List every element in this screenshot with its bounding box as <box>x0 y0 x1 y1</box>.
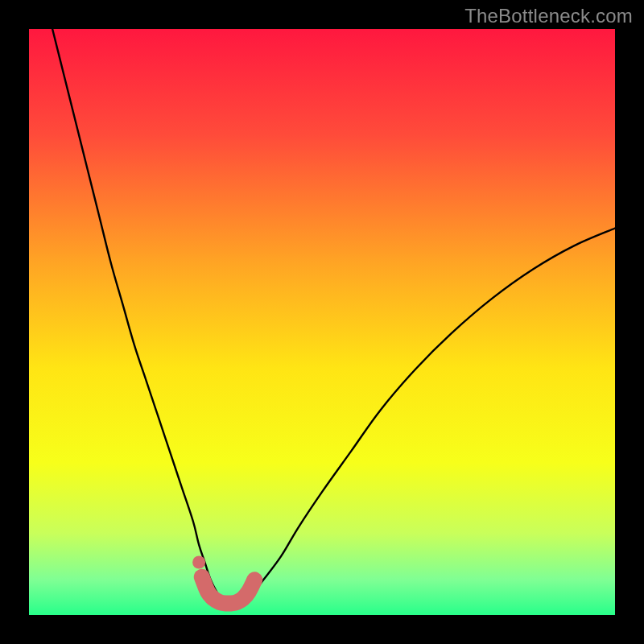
highlight-band <box>202 577 255 604</box>
watermark-text: TheBottleneck.com <box>464 5 633 27</box>
chart-svg <box>29 29 615 615</box>
plot-area <box>29 29 615 615</box>
chart-frame: TheBottleneck.com <box>0 0 644 644</box>
highlight-dot <box>192 555 205 568</box>
bottleneck-curve <box>52 29 615 604</box>
